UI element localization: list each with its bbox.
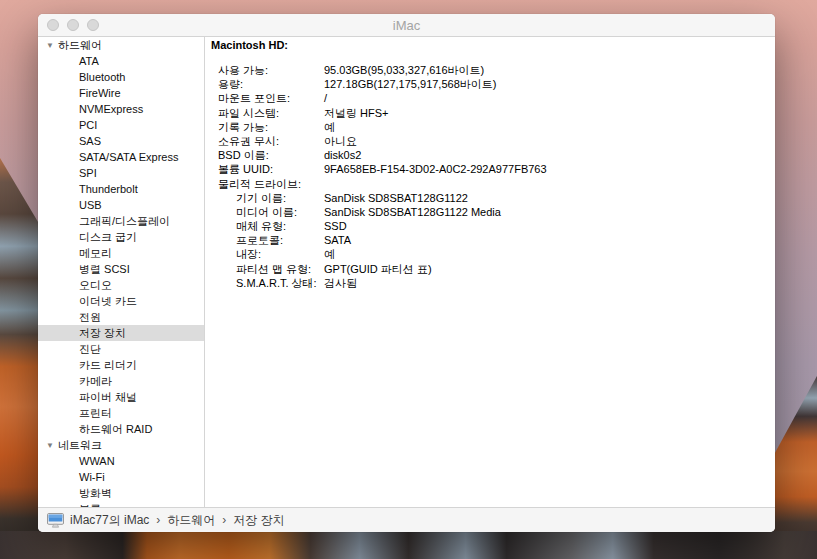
detail-label: S.M.A.R.T. 상태: (236, 277, 317, 289)
sidebar-section-label: 하드웨어 (58, 39, 102, 51)
statusbar: iMac77의 iMac›하드웨어›저장 장치 (38, 507, 775, 532)
detail-label: 볼륨 UUID: (218, 163, 273, 175)
detail-pane: Macintosh HD: 사용 가능:95.03GB(95,033,327,6… (205, 37, 775, 507)
sidebar-item[interactable]: Wi-Fi (38, 469, 204, 485)
detail-row: 마운트 포인트:/ (205, 91, 775, 105)
detail-value: SATA (324, 233, 351, 247)
sidebar-item[interactable]: ATA (38, 53, 204, 69)
detail-label: 프로토콜: (236, 234, 283, 246)
disclosure-triangle-icon[interactable]: ▼ (46, 38, 54, 54)
detail-value: SanDisk SD8SBAT128G1122 Media (324, 205, 501, 219)
detail-label: 파티션 맵 유형: (236, 263, 311, 275)
zoom-button[interactable] (87, 19, 99, 31)
detail-value: 예 (324, 247, 335, 261)
detail-row: 파티션 맵 유형:GPT(GUID 파티션 표) (205, 262, 775, 276)
detail-row: 사용 가능:95.03GB(95,033,327,616바이트) (205, 63, 775, 77)
detail-value: 예 (324, 120, 335, 134)
detail-row: 용량:127.18GB(127,175,917,568바이트) (205, 77, 775, 91)
detail-label: 기록 가능: (218, 121, 268, 133)
sidebar-item[interactable]: 파이버 채널 (38, 389, 204, 405)
window-title: iMac (393, 18, 420, 33)
imac-icon (47, 513, 64, 528)
detail-value: SSD (324, 219, 347, 233)
window-content: ▼하드웨어ATABluetoothFireWireNVMExpressPCISA… (38, 37, 775, 507)
breadcrumb-separator: › (222, 513, 226, 527)
detail-label: 매체 유형: (236, 220, 286, 232)
sidebar-item[interactable]: 하드웨어 RAID (38, 421, 204, 437)
detail-row: 파일 시스템:저널링 HFS+ (205, 106, 775, 120)
sidebar: ▼하드웨어ATABluetoothFireWireNVMExpressPCISA… (38, 37, 205, 507)
detail-label: 기기 이름: (236, 192, 286, 204)
detail-value: / (324, 91, 327, 105)
sidebar-item[interactable]: 프린터 (38, 405, 204, 421)
breadcrumb-separator: › (156, 513, 160, 527)
detail-label: 마운트 포인트: (218, 92, 290, 104)
detail-label: 미디어 이름: (236, 206, 297, 218)
breadcrumb-item: iMac77의 iMac (70, 513, 149, 527)
sidebar-item[interactable]: 그래픽/디스플레이 (38, 213, 204, 229)
sidebar-item[interactable]: 카드 리더기 (38, 357, 204, 373)
detail-label: 파일 시스템: (218, 107, 279, 119)
sidebar-item[interactable]: Bluetooth (38, 69, 204, 85)
detail-row: 미디어 이름:SanDisk SD8SBAT128G1122 Media (205, 205, 775, 219)
breadcrumb: iMac77의 iMac›하드웨어›저장 장치 (70, 512, 285, 529)
detail-row: BSD 이름:disk0s2 (205, 148, 775, 162)
sidebar-section-header[interactable]: ▼네트워크 (38, 437, 204, 453)
detail-row: 내장:예 (205, 247, 775, 261)
sidebar-item[interactable]: Thunderbolt (38, 181, 204, 197)
detail-value: 95.03GB(95,033,327,616바이트) (324, 63, 484, 77)
sidebar-section-header[interactable]: ▼하드웨어 (38, 37, 204, 53)
detail-row: 볼륨 UUID:9FA658EB-F154-3D02-A0C2-292A977F… (205, 162, 775, 176)
detail-value: 저널링 HFS+ (324, 106, 388, 120)
detail-label: 사용 가능: (218, 64, 268, 76)
sidebar-item[interactable]: 디스크 굽기 (38, 229, 204, 245)
volume-title: Macintosh HD: (205, 37, 775, 53)
detail-label: 내장: (236, 248, 261, 260)
detail-label: 소유권 무시: (218, 135, 279, 147)
sidebar-item[interactable]: WWAN (38, 453, 204, 469)
detail-label: 용량: (218, 78, 243, 90)
breadcrumb-item: 저장 장치 (233, 513, 284, 527)
detail-row: 기기 이름:SanDisk SD8SBAT128G1122 (205, 191, 775, 205)
sidebar-item[interactable]: 진단 (38, 341, 204, 357)
detail-value: SanDisk SD8SBAT128G1122 (324, 191, 468, 205)
sidebar-item[interactable]: SPI (38, 165, 204, 181)
detail-row: S.M.A.R.T. 상태:검사됨 (205, 276, 775, 290)
sidebar-item[interactable]: USB (38, 197, 204, 213)
sidebar-item[interactable]: 메모리 (38, 245, 204, 261)
sidebar-section-label: 네트워크 (58, 439, 102, 451)
sidebar-item[interactable]: PCI (38, 117, 204, 133)
close-button[interactable] (47, 19, 59, 31)
sidebar-item[interactable]: SAS (38, 133, 204, 149)
detail-value: 9FA658EB-F154-3D02-A0C2-292A977FB763 (324, 162, 547, 176)
sidebar-item[interactable]: NVMExpress (38, 101, 204, 117)
sidebar-item[interactable]: 오디오 (38, 277, 204, 293)
detail-row: 프로토콜:SATA (205, 233, 775, 247)
detail-label: BSD 이름: (218, 149, 269, 161)
detail-row: 소유권 무시:아니요 (205, 134, 775, 148)
minimize-button[interactable] (67, 19, 79, 31)
sidebar-item[interactable]: 이더넷 카드 (38, 293, 204, 309)
detail-row: 물리적 드라이브: (205, 177, 775, 191)
detail-rows: 사용 가능:95.03GB(95,033,327,616바이트)용량:127.1… (205, 63, 775, 290)
sidebar-item[interactable]: SATA/SATA Express (38, 149, 204, 165)
detail-value: 아니요 (324, 134, 357, 148)
sidebar-item[interactable]: 전원 (38, 309, 204, 325)
detail-value: GPT(GUID 파티션 표) (324, 262, 432, 276)
detail-value: 검사됨 (324, 276, 357, 290)
system-information-window: iMac ▼하드웨어ATABluetoothFireWireNVMExpress… (38, 14, 775, 532)
disclosure-triangle-icon[interactable]: ▼ (46, 438, 54, 454)
sidebar-item[interactable]: FireWire (38, 85, 204, 101)
detail-label: 물리적 드라이브: (218, 178, 301, 190)
sidebar-item[interactable]: 병렬 SCSI (38, 261, 204, 277)
sidebar-item[interactable]: 방화벽 (38, 485, 204, 501)
detail-value: disk0s2 (324, 148, 361, 162)
detail-value: 127.18GB(127,175,917,568바이트) (324, 77, 496, 91)
sidebar-list: ▼하드웨어ATABluetoothFireWireNVMExpressPCISA… (38, 37, 204, 507)
titlebar[interactable]: iMac (38, 14, 775, 37)
traffic-lights (47, 19, 99, 31)
breadcrumb-item: 하드웨어 (167, 513, 215, 527)
sidebar-item[interactable]: 저장 장치 (38, 325, 204, 341)
sidebar-item[interactable]: 카메라 (38, 373, 204, 389)
detail-row: 매체 유형:SSD (205, 219, 775, 233)
